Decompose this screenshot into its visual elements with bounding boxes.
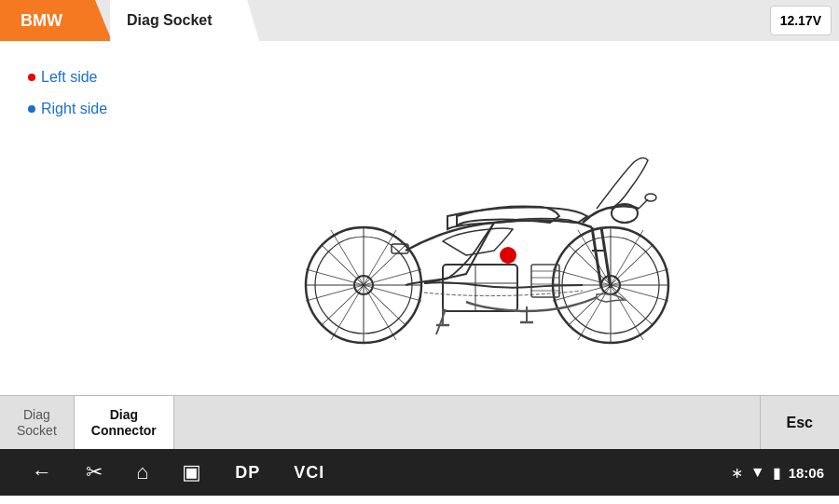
top-bar: BMW Diag Socket 12.17V: [0, 0, 839, 41]
bottom-toolbar: ← ✂ ⌂ ▣ DP VCI ∗ ▼ ▮ 18:06: [0, 449, 839, 496]
left-bullet: [28, 74, 35, 81]
top-bar-spacer: [259, 0, 763, 41]
tab-spacer: [174, 396, 760, 449]
scissors-icon[interactable]: ✂: [69, 460, 119, 484]
right-bullet: [28, 105, 35, 113]
screen-title: Diag Socket: [110, 0, 259, 41]
svg-line-25: [592, 227, 601, 288]
tab-diag-connector[interactable]: DiagConnector: [75, 396, 174, 449]
wifi-icon: ▼: [750, 464, 765, 481]
motorcycle-svg: [261, 78, 708, 358]
right-side-label[interactable]: Right side: [41, 101, 107, 117]
bottom-tabs: DiagSocket DiagConnector Esc: [0, 395, 839, 449]
voltage-indicator: 12.17V: [770, 6, 832, 35]
esc-label: Esc: [787, 415, 813, 431]
bluetooth-icon: ∗: [731, 464, 743, 482]
svg-point-31: [645, 194, 656, 201]
vci-icon[interactable]: VCI: [277, 463, 341, 483]
side-navigation: Left side Right side: [28, 60, 158, 376]
dp-icon[interactable]: DP: [218, 463, 277, 483]
svg-point-42: [500, 247, 516, 264]
home-icon[interactable]: ⌂: [119, 460, 165, 484]
system-time: 18:06: [789, 465, 824, 481]
tab-diag-connector-label: DiagConnector: [91, 407, 157, 439]
tab-diag-socket-label: DiagSocket: [17, 407, 57, 439]
tab-diag-socket[interactable]: DiagSocket: [0, 396, 75, 449]
esc-button[interactable]: Esc: [760, 396, 839, 449]
toolbar-right-group: ∗ ▼ ▮ 18:06: [731, 464, 824, 482]
brand-label: BMW: [0, 0, 112, 41]
copy-icon[interactable]: ▣: [165, 460, 218, 484]
back-button[interactable]: ←: [15, 460, 69, 484]
left-side-label[interactable]: Left side: [41, 69, 97, 86]
main-content: Left side Right side: [0, 41, 839, 395]
motorcycle-diagram: [261, 78, 708, 358]
svg-line-32: [436, 309, 446, 334]
battery-icon: ▮: [773, 464, 781, 482]
right-side-item[interactable]: Right side: [28, 101, 158, 117]
left-side-item[interactable]: Left side: [28, 69, 158, 86]
diagram-area: [158, 60, 811, 376]
